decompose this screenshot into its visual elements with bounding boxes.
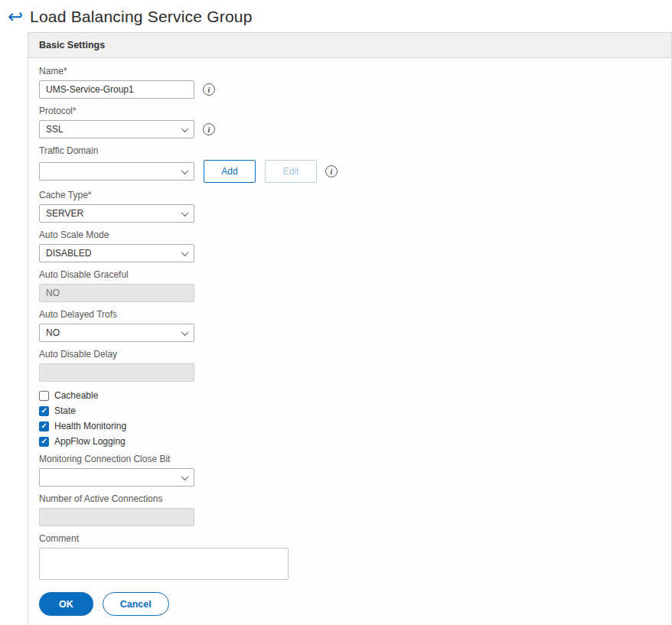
health-monitoring-checkbox[interactable] — [39, 422, 49, 431]
panel-body: Name* i Protocol* SSL i Traffic Domain — [28, 58, 671, 625]
appflow-logging-checkbox-row[interactable]: AppFlow Logging — [39, 435, 661, 448]
protocol-label: Protocol* — [39, 106, 661, 116]
protocol-select[interactable]: SSL — [39, 120, 194, 138]
chevron-down-icon — [181, 249, 189, 256]
basic-settings-panel: Basic Settings Name* i Protocol* SSL i T… — [28, 32, 672, 625]
field-auto-disable-graceful: Auto Disable Graceful — [39, 269, 661, 302]
field-comment: Comment — [39, 533, 661, 580]
auto-disable-delay-label: Auto Disable Delay — [39, 349, 661, 360]
page-title: Load Balancing Service Group — [30, 8, 252, 26]
comment-textarea[interactable] — [39, 548, 289, 580]
traffic-domain-label: Traffic Domain — [39, 145, 661, 156]
chevron-down-icon — [181, 209, 189, 216]
form-footer: OK Cancel — [39, 592, 661, 622]
auto-disable-graceful-label: Auto Disable Graceful — [39, 269, 661, 280]
checkbox-group: Cacheable State Health Monitoring AppFlo… — [39, 389, 661, 448]
panel-title: Basic Settings — [39, 40, 105, 50]
auto-disable-graceful-input — [39, 284, 194, 302]
state-label: State — [54, 405, 76, 416]
auto-scale-mode-select-value: DISABLED — [46, 248, 91, 259]
cache-type-label: Cache Type* — [39, 190, 661, 200]
chevron-down-icon — [181, 328, 189, 336]
auto-delayed-trofs-select-value: NO — [46, 327, 60, 338]
health-monitoring-checkbox-row[interactable]: Health Monitoring — [39, 419, 661, 433]
cacheable-checkbox-row[interactable]: Cacheable — [39, 389, 661, 402]
panel-header: Basic Settings — [28, 33, 671, 58]
state-checkbox-row[interactable]: State — [39, 404, 661, 418]
field-auto-delayed-trofs: Auto Delayed Trofs NO — [39, 309, 661, 342]
number-of-active-connections-label: Number of Active Connections — [39, 493, 661, 504]
add-button[interactable]: Add — [204, 160, 256, 183]
cache-type-select[interactable]: SERVER — [39, 204, 194, 223]
field-number-of-active-connections: Number of Active Connections — [39, 493, 661, 526]
auto-delayed-trofs-select[interactable]: NO — [39, 324, 194, 342]
field-monitoring-connection-close-bit: Monitoring Connection Close Bit — [39, 454, 661, 487]
state-checkbox[interactable] — [39, 406, 49, 416]
chevron-down-icon — [181, 167, 189, 174]
traffic-domain-select[interactable] — [39, 162, 194, 181]
field-name: Name* i — [39, 66, 661, 99]
cacheable-label: Cacheable — [54, 390, 98, 401]
edit-button[interactable]: Edit — [265, 160, 317, 183]
field-auto-disable-delay: Auto Disable Delay — [39, 349, 661, 382]
field-protocol: Protocol* SSL i — [39, 106, 661, 138]
cacheable-checkbox[interactable] — [39, 391, 49, 401]
comment-label: Comment — [39, 533, 661, 544]
auto-disable-delay-input — [39, 363, 194, 382]
number-of-active-connections-input — [39, 508, 194, 526]
info-icon[interactable]: i — [203, 123, 215, 135]
cancel-button[interactable]: Cancel — [103, 592, 169, 616]
ok-button[interactable]: OK — [39, 592, 93, 616]
appflow-logging-label: AppFlow Logging — [54, 436, 126, 447]
name-label: Name* — [39, 66, 661, 76]
cache-type-select-value: SERVER — [46, 208, 83, 219]
monitoring-connection-close-bit-label: Monitoring Connection Close Bit — [39, 454, 661, 464]
field-auto-scale-mode: Auto Scale Mode DISABLED — [39, 229, 661, 262]
chevron-down-icon — [181, 125, 189, 132]
chevron-down-icon — [181, 473, 189, 480]
auto-delayed-trofs-label: Auto Delayed Trofs — [39, 309, 661, 320]
info-icon[interactable]: i — [325, 165, 338, 177]
protocol-select-value: SSL — [46, 124, 64, 135]
info-icon[interactable]: i — [203, 83, 215, 96]
auto-scale-mode-select[interactable]: DISABLED — [39, 244, 194, 262]
appflow-logging-checkbox[interactable] — [39, 437, 49, 447]
auto-scale-mode-label: Auto Scale Mode — [39, 229, 661, 240]
page-header: ↩ Load Balancing Service Group — [0, 0, 672, 32]
back-arrow-icon[interactable]: ↩ — [8, 8, 23, 26]
field-cache-type: Cache Type* SERVER — [39, 190, 661, 223]
health-monitoring-label: Health Monitoring — [54, 421, 126, 431]
field-traffic-domain: Traffic Domain Add Edit i — [39, 145, 661, 183]
name-input[interactable] — [39, 80, 194, 99]
monitoring-connection-close-bit-select[interactable] — [39, 468, 194, 487]
